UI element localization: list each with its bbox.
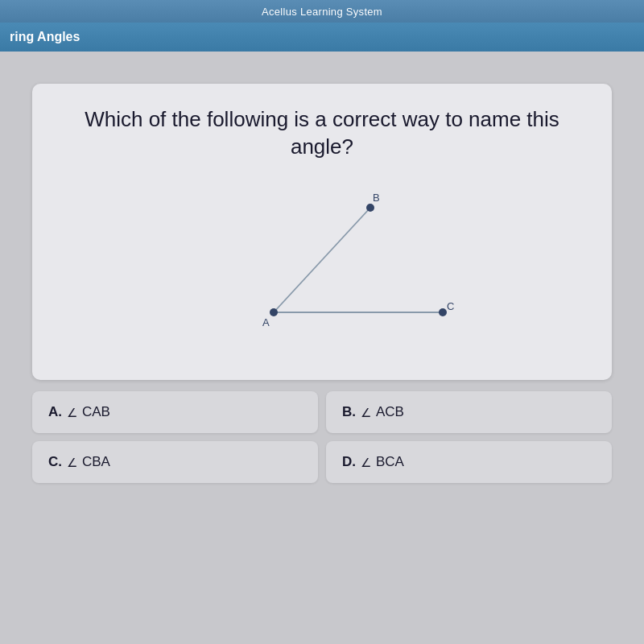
answer-b-label: B. bbox=[342, 404, 356, 420]
answers-grid: A. ∠ CAB B. ∠ ACB C. ∠ CBA D. ∠ BCA bbox=[32, 391, 612, 483]
svg-text:A: A bbox=[262, 316, 270, 328]
top-bar-title: Acellus Learning System bbox=[262, 6, 382, 18]
answer-button-c[interactable]: C. ∠ CBA bbox=[32, 441, 318, 483]
answer-d-label: D. bbox=[342, 454, 356, 470]
answer-a-text: CAB bbox=[82, 404, 110, 420]
angle-diagram: A B C bbox=[58, 177, 586, 354]
question-text: Which of the following is a correct way … bbox=[58, 106, 586, 161]
top-bar: Acellus Learning System bbox=[0, 0, 644, 23]
answer-c-label: C. bbox=[48, 454, 62, 470]
svg-text:B: B bbox=[373, 192, 380, 204]
answer-d-symbol: ∠ bbox=[361, 456, 371, 470]
answer-a-symbol: ∠ bbox=[67, 406, 77, 420]
answer-c-text: CBA bbox=[82, 454, 110, 470]
answer-c-symbol: ∠ bbox=[67, 456, 77, 470]
svg-point-2 bbox=[270, 308, 278, 316]
answer-d-text: BCA bbox=[376, 454, 404, 470]
svg-text:C: C bbox=[447, 300, 454, 312]
question-card: Which of the following is a correct way … bbox=[32, 84, 612, 380]
section-header: ring Angles bbox=[0, 23, 644, 52]
svg-point-3 bbox=[366, 204, 374, 212]
main-content: Which of the following is a correct way … bbox=[0, 52, 644, 499]
answer-a-label: A. bbox=[48, 404, 62, 420]
svg-line-0 bbox=[274, 208, 370, 312]
section-header-title: ring Angles bbox=[10, 30, 80, 44]
answer-b-symbol: ∠ bbox=[361, 406, 371, 420]
answer-b-text: ACB bbox=[376, 404, 404, 420]
answer-button-d[interactable]: D. ∠ BCA bbox=[326, 441, 612, 483]
svg-point-4 bbox=[439, 308, 447, 316]
answer-button-a[interactable]: A. ∠ CAB bbox=[32, 391, 318, 433]
answer-button-b[interactable]: B. ∠ ACB bbox=[326, 391, 612, 433]
